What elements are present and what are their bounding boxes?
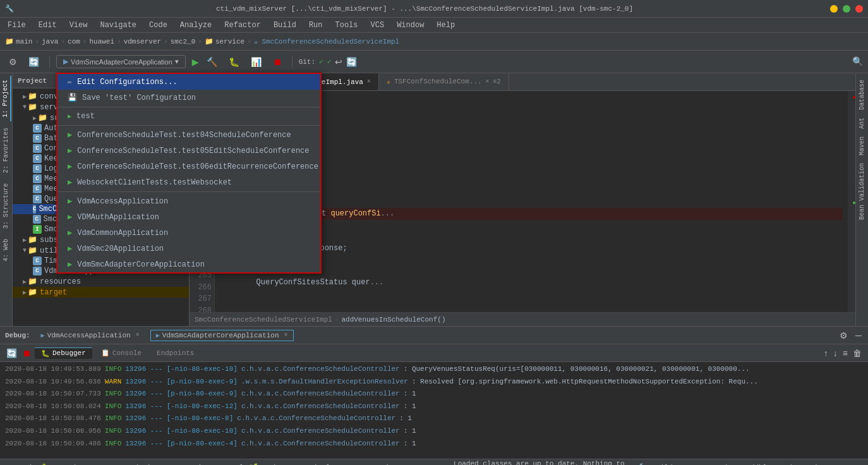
coverage-btn[interactable]: 📊 — [247, 55, 265, 69]
menu-view[interactable]: View — [64, 20, 93, 31]
session-close1[interactable]: × — [136, 332, 140, 339]
git-refresh-btn[interactable]: 🔄 — [346, 57, 357, 67]
dropdown-vdmauth[interactable]: ▶ VDMAuthApplication — [57, 209, 320, 225]
build-btn[interactable]: 🔨 — [203, 55, 221, 69]
dropdown-sep1 — [57, 107, 320, 107]
code-line-255: QueryConfSitesStatus quer... — [220, 277, 843, 289]
run-config-button[interactable]: ▶ VdmSmcAdapterCoreApplication ▾ — [56, 55, 186, 68]
toolbar-sep2 — [292, 56, 292, 68]
sidebar-item-structure[interactable]: 3: Structure — [1, 179, 11, 232]
menu-edit[interactable]: Edit — [33, 20, 62, 31]
debug-tab-debugger[interactable]: 🐛 Debugger — [35, 347, 92, 359]
log-line-5: 2020-08-18 10:50:08.476 INFO 13296 --- [… — [0, 413, 868, 425]
menu-analyze[interactable]: Analyze — [175, 20, 217, 31]
dropdown-websocket[interactable]: ▶ WebsocketClientTests.testWebsocket — [57, 174, 320, 190]
console-icon: 📋 — [101, 349, 110, 357]
bc-com[interactable]: com — [68, 38, 80, 45]
minimize-button[interactable] — [830, 5, 838, 13]
folder-icon: 📁 — [28, 92, 37, 101]
right-side-tabs: Database Ant Maven Bean Validation — [855, 73, 868, 326]
debug-minimize-btn[interactable]: ─ — [854, 329, 863, 342]
menu-code[interactable]: Code — [144, 20, 172, 31]
sidebar-item-database[interactable]: Database — [857, 76, 867, 114]
git-undo-btn[interactable]: ↩ — [335, 57, 342, 67]
sidebar-item-web[interactable]: 4: Web — [1, 235, 11, 265]
maximize-button[interactable] — [843, 5, 850, 13]
global-search-icon[interactable]: 🔍 — [852, 56, 863, 67]
debug-tab-endpoints[interactable]: Endpoints — [150, 348, 200, 358]
debug-label: Debug: — [5, 332, 30, 339]
breadcrumb-bar: 📁 main › java › com › huawei › vdmserver… — [0, 33, 868, 51]
close-button[interactable] — [855, 5, 863, 13]
menu-build[interactable]: Build — [268, 20, 301, 31]
title-text: cti_vdm_mixServer [...\cti_vdm_mixServer… — [19, 5, 830, 13]
dropdown-test[interactable]: ▶ test — [57, 109, 320, 124]
debug-restart-btn[interactable]: 🔄 — [5, 347, 18, 359]
tree-item-resources[interactable]: ▶ 📁 resources — [13, 276, 189, 287]
dropdown-test06[interactable]: ▶ ConferenceScheduleTest.test06editRecur… — [57, 159, 320, 174]
app-icon4: ▶ — [68, 244, 72, 253]
log-area[interactable]: 2020-08-18 10:49:53.889 INFO 13296 --- [… — [0, 362, 868, 463]
left-side-tabs: 1: Project 2: Favorites 3: Structure 4: … — [0, 73, 13, 326]
debug-tabs: 🔄 ⏹ 🐛 Debugger 📋 Console Endpoints ↑ ↓ ≡… — [0, 344, 868, 362]
log-line-1: 2020-08-18 10:49:53.889 INFO 13296 --- [… — [0, 363, 868, 376]
sidebar-item-ant[interactable]: Ant — [857, 114, 867, 133]
bc-java[interactable]: java — [42, 38, 58, 45]
close-icon2[interactable]: × — [486, 78, 490, 85]
debug-down-btn[interactable]: ↓ — [832, 347, 839, 359]
debug-tab-console[interactable]: 📋 Console — [95, 347, 148, 358]
dropdown-save-config[interactable]: 💾 Save 'test' Configuration — [57, 90, 320, 106]
debug-session-vdmsmc[interactable]: ▶ VdmSmcAdapterCoreApplication × — [150, 330, 294, 341]
menu-vcs[interactable]: VCS — [366, 20, 390, 31]
bc-huawei[interactable]: huawei — [89, 38, 114, 45]
menu-tools[interactable]: Tools — [330, 20, 363, 31]
close-icon[interactable]: × — [367, 78, 371, 85]
menu-run[interactable]: Run — [304, 20, 328, 31]
menu-file[interactable]: File — [3, 20, 31, 31]
run-icon2: ▶ — [68, 146, 72, 155]
sidebar-item-beanvalidation[interactable]: Bean Validation — [857, 159, 867, 224]
dropdown-vdmcommon[interactable]: ▶ VdmCommonApplication — [57, 225, 320, 241]
tree-item-target[interactable]: ▶ 📁 target — [13, 287, 189, 298]
toolbar-settings-btn[interactable]: ⚙ — [5, 55, 21, 69]
run-icon4: ▶ — [68, 178, 72, 187]
toolbar-sync-btn[interactable]: 🔄 — [25, 55, 43, 69]
dropdown-vdmaccess[interactable]: ▶ VdmAccessApplication — [57, 193, 320, 209]
debug-btn[interactable]: 🐛 — [225, 55, 243, 69]
bc-service[interactable]: 📁 service — [205, 37, 244, 45]
bc-smc2[interactable]: smc2_0 — [171, 38, 196, 45]
session-close2[interactable]: × — [284, 332, 288, 339]
play-button[interactable]: ▶ — [192, 55, 199, 69]
sidebar-item-favorites[interactable]: 2: Favorites — [1, 124, 11, 177]
bc-main[interactable]: 📁 main — [5, 37, 32, 45]
run-icon: ▶ — [68, 130, 72, 140]
sidebar-item-maven[interactable]: Maven — [857, 133, 867, 159]
menu-navigate[interactable]: Navigate — [95, 20, 142, 31]
log-line-2: 2020-08-18 10:49:56.036 WARN 13296 --- [… — [0, 376, 868, 389]
log-line-4: 2020-08-18 10:50:08.024 INFO 13296 --- [… — [0, 401, 868, 413]
menu-help[interactable]: Help — [431, 20, 460, 31]
debug-clear-btn[interactable]: 🗑 — [852, 347, 863, 359]
menu-refactor[interactable]: Refactor — [219, 20, 266, 31]
dropdown-vdmsmc20[interactable]: ▶ VdmSmc20Application — [57, 241, 320, 257]
bc-classfile[interactable]: ☕ SmcConferenceScheduledServiceImpl — [254, 37, 399, 45]
debug-filter-btn[interactable]: ≡ — [841, 347, 849, 359]
session-icon1: ▶ — [41, 332, 45, 339]
dropdown-test04[interactable]: ▶ ConferenceScheduleTest.test04ScheduleC… — [57, 127, 320, 143]
stop-btn[interactable]: ⏹ — [269, 55, 286, 69]
dropdown-edit-configs[interactable]: ✏ Edit Configurations... — [57, 74, 320, 90]
dropdown-test05[interactable]: ▶ ConferenceScheduleTest.test05EditSched… — [57, 143, 320, 159]
editor-tab-tsf[interactable]: ☕ TSFConfScheduleCom... × ≡2 — [379, 73, 509, 90]
log-line-7: 2020-08-18 10:50:09.486 INFO 13296 --- [… — [0, 438, 868, 450]
session-icon2: ▶ — [156, 332, 160, 339]
bc-vdmserver[interactable]: vdmserver — [124, 38, 161, 45]
debugger-icon: 🐛 — [41, 349, 50, 358]
dropdown-vdmsmcadapter[interactable]: ▶ VdmSmcAdapterCoreApplication — [57, 257, 320, 272]
debug-up-btn[interactable]: ↑ — [823, 347, 829, 359]
debug-settings-btn[interactable]: ⚙ — [838, 329, 849, 342]
sidebar-item-project[interactable]: 1: Project — [1, 76, 11, 121]
debug-stop-btn[interactable]: ⏹ — [21, 347, 32, 359]
pencil-icon: ✏ — [68, 77, 72, 87]
debug-session-vdmaccess[interactable]: ▶ VdmAccessApplication × — [35, 330, 145, 341]
menu-window[interactable]: Window — [392, 20, 429, 31]
